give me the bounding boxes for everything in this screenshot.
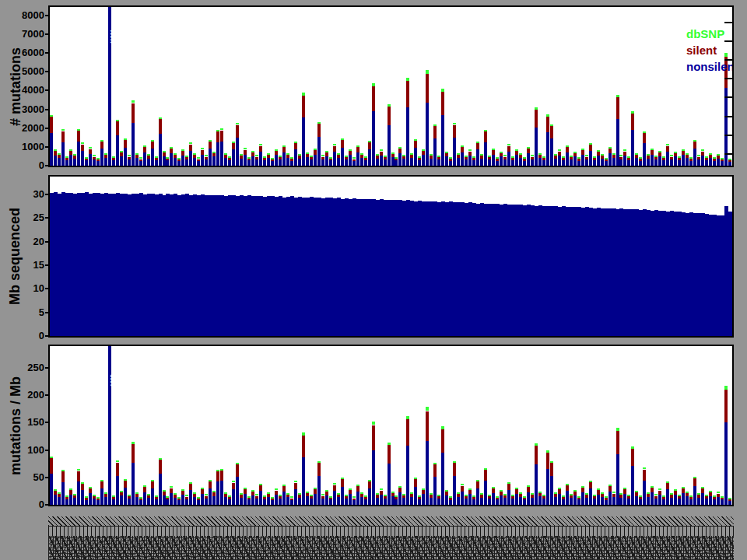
bar-segment [189,142,192,144]
bar-segment [104,158,107,166]
bar-segment [193,497,196,505]
bar-segment [705,156,708,158]
bar-segment [546,450,549,453]
bar-segment [674,491,677,495]
bar-segment [589,143,592,145]
bar-segment [143,145,146,147]
bar-segment [201,148,204,149]
bar-segment [515,155,518,166]
bar-segment [550,126,553,138]
bar-segment [232,149,235,166]
bar-segment [310,496,313,499]
bar-segment [286,493,289,495]
bar-segment [177,159,181,161]
bar-segment [177,158,181,159]
bar-segment [527,149,530,153]
bar-segment [259,484,262,485]
y-tick-mark-left [45,335,50,337]
bar-segment [372,425,375,450]
bar-segment [212,492,216,496]
bar-segment [597,495,600,505]
bar-segment [627,496,630,499]
bar-segment [310,499,313,505]
bar-segment [437,499,440,505]
bar-segment [388,443,391,445]
bar-segment [372,86,375,111]
bar-segment [398,488,402,492]
bar-segment [511,495,514,496]
bar-segment [298,156,301,159]
y-tick-mark-right [724,116,732,117]
bar-segment [616,95,619,97]
bar-segment [193,494,196,497]
bar-segment [631,448,634,466]
bar-segment [705,160,708,166]
bar-segment [658,488,661,490]
y-tick-label: 100 [0,446,44,455]
bar-segment [701,149,704,151]
bar-segment [422,494,425,505]
bar-segment [58,158,61,166]
bar-segment [689,161,693,166]
bar-segment [321,159,324,166]
bar-segment [476,149,479,166]
bar-segment [554,156,557,159]
bar-segment [562,160,565,166]
bar-segment [402,159,405,166]
bar-segment [589,481,592,482]
bar-segment [388,125,391,166]
bar-segment [290,157,293,159]
bar-segment [166,496,169,498]
y-tick-label: 3000 [0,105,44,114]
bar-segment [593,156,596,158]
bar-segment [550,138,553,166]
bar-segment [515,149,518,151]
bar-segment [674,152,677,153]
bar-segment [317,122,321,124]
bar-segment [388,107,391,125]
bar-segment [352,161,356,166]
bar-segment [538,496,542,505]
bar-segment [701,493,704,505]
bar-segment [601,492,604,494]
bar-segment [693,140,696,142]
bar-segment [418,158,421,160]
bar-segment [453,476,456,505]
bar-segment [81,145,84,151]
bar-segment [686,153,689,155]
y-tick-mark-right [724,40,732,42]
bar-segment [100,142,103,149]
bar-segment [554,154,557,156]
bar-segment [433,126,437,138]
bar-segment [616,431,619,454]
bar-segment [93,155,96,156]
bar-segment [124,138,127,140]
bar-segment [151,488,154,505]
bar-segment [697,495,700,498]
bar-segment [189,490,192,505]
bar-segment [465,495,468,496]
bar-segment [573,490,577,492]
bar-segment [433,477,437,505]
bar-segment [418,160,421,166]
bar-segment [651,155,654,166]
bar-segment [329,496,332,498]
bar-segment [259,152,262,166]
bar-segment [631,130,634,166]
y-tick-mark-left [45,477,50,478]
bar-segment [542,160,545,166]
bar-segment [216,131,219,142]
bar-segment [682,488,685,493]
bar-segment [647,154,650,156]
bar-segment [631,446,634,449]
bar-segment [627,160,630,166]
bar-segment [372,450,375,505]
bar-segment [290,161,293,166]
bar-segment [116,135,119,166]
bar-segment [116,460,119,462]
bar-segment [577,496,580,498]
bar-segment [651,150,654,155]
bar-segment [538,158,542,166]
bar-segment [414,139,417,141]
bar-segment [50,457,53,458]
